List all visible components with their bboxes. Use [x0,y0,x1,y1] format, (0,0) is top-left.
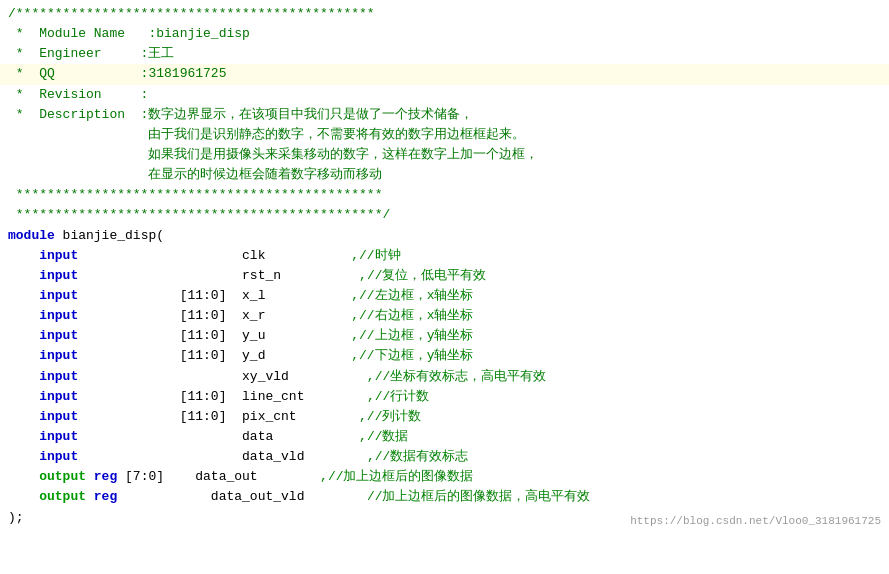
port-dataoutvld-body: data_out_vld [117,487,304,507]
comment-star-module: * Module Name :bianjie_disp [8,24,250,44]
comment-desc-2: 由于我们是识别静态的数字，不需要将有效的数字用边框框起来。 [0,125,889,145]
comment-xl: ,//左边框，x轴坐标 [265,286,473,306]
module-close: ); [8,508,24,528]
module-declaration: module bianjie_disp( [0,226,889,246]
port-rst-body: rst_n [78,266,281,286]
keyword-input-rst: input [8,266,78,286]
comment-star-desc3: 如果我们是用摄像头来采集移动的数字，这样在数字上加一个边框， [8,145,538,165]
keyword-input-linecnt: input [8,387,78,407]
port-datavld: input data_vld ,//数据有效标志 [0,447,889,467]
keyword-input-pixcnt: input [8,407,78,427]
comment-close: ****************************************… [0,205,889,225]
port-xl: input [11:0] x_l ,//左边框，x轴坐标 [0,286,889,306]
code-container: /***************************************… [0,0,889,532]
module-name: bianjie_disp( [55,226,164,246]
keyword-input-xr: input [8,306,78,326]
comment-star-engineer: * Engineer :王工 [8,44,174,64]
port-xl-body: [11:0] x_l [78,286,265,306]
port-yd-body: [11:0] y_d [78,346,265,366]
comment-yu: ,//上边框，y轴坐标 [265,326,473,346]
port-xr-body: [11:0] x_r [78,306,265,326]
port-yu-body: [11:0] y_u [78,326,265,346]
port-datavld-body: data_vld [78,447,304,467]
watermark: https://blog.csdn.net/Vloo0_3181961725 [630,513,881,530]
keyword-input-yd: input [8,346,78,366]
comment-open: /***************************************… [0,4,889,24]
port-data: input data ,//数据 [0,427,889,447]
comment-stars-open: /***************************************… [8,4,375,24]
port-xyvld-body: xy_vld [78,367,289,387]
comment-engineer: * Engineer :王工 [0,44,889,64]
comment-stars-mid: ****************************************… [0,185,889,205]
keyword-input-xyvld: input [8,367,78,387]
port-pixcnt-body: [11:0] pix_cnt [78,407,296,427]
comment-yd: ,//下边框，y轴坐标 [265,346,473,366]
comment-linecnt: ,//行计数 [304,387,429,407]
keyword-input-clk: input [8,246,78,266]
port-dataoutvld: output reg data_out_vld //加上边框后的图像数据，高电平… [0,487,889,507]
comment-data: ,//数据 [273,427,408,447]
keyword-input-xl: input [8,286,78,306]
port-xr: input [11:0] x_r ,//右边框，x轴坐标 [0,306,889,326]
comment-module-name: * Module Name :bianjie_disp [0,24,889,44]
comment-desc-4: 在显示的时候边框会随着数字移动而移动 [0,165,889,185]
comment-star-qq: * QQ :3181961725 [8,64,226,84]
port-clk: input clk ,//时钟 [0,246,889,266]
port-pixcnt: input [11:0] pix_cnt ,//列计数 [0,407,889,427]
comment-qq: * QQ :3181961725 [0,64,889,84]
comment-dataoutvld: //加上边框后的图像数据，高电平有效 [304,487,590,507]
comment-desc-3: 如果我们是用摄像头来采集移动的数字，这样在数字上加一个边框， [0,145,889,165]
comment-rst: ,//复位，低电平有效 [281,266,486,286]
port-xyvld: input xy_vld ,//坐标有效标志，高电平有效 [0,367,889,387]
port-clk-body: clk [78,246,265,266]
comment-star-desc1: * Description :数字边界显示，在该项目中我们只是做了一个技术储备， [8,105,473,125]
comment-star-desc4: 在显示的时候边框会随着数字移动而移动 [8,165,382,185]
comment-close-text: ****************************************… [8,205,390,225]
keyword-output-dataout: output [8,467,86,487]
port-rst: input rst_n ,//复位，低电平有效 [0,266,889,286]
port-dataout: output reg [7:0] data_out ,//加上边框后的图像数据 [0,467,889,487]
comment-dataout: ,//加上边框后的图像数据 [258,467,474,487]
comment-revision: * Revision : [0,85,889,105]
comment-datavld: ,//数据有效标志 [304,447,468,467]
port-dataout-body: [7:0] data_out [117,467,257,487]
port-data-body: data [78,427,273,447]
comment-star-desc2: 由于我们是识别静态的数字，不需要将有效的数字用边框框起来。 [8,125,525,145]
keyword-input-data: input [8,427,78,447]
comment-star-revision: * Revision : [8,85,148,105]
port-linecnt: input [11:0] line_cnt ,//行计数 [0,387,889,407]
keyword-input-datavld: input [8,447,78,467]
keyword-input-yu: input [8,326,78,346]
port-yu: input [11:0] y_u ,//上边框，y轴坐标 [0,326,889,346]
comment-desc-1: * Description :数字边界显示，在该项目中我们只是做了一个技术储备， [0,105,889,125]
comment-xr: ,//右边框，x轴坐标 [265,306,473,326]
comment-clk: ,//时钟 [265,246,400,266]
comment-xyvld: ,//坐标有效标志，高电平有效 [289,367,546,387]
keyword-module: module [8,226,55,246]
comment-stars-line: ****************************************… [8,185,382,205]
keyword-reg-dataoutvld: reg [86,487,117,507]
port-linecnt-body: [11:0] line_cnt [78,387,304,407]
comment-pixcnt: ,//列计数 [297,407,422,427]
keyword-reg-dataout: reg [86,467,117,487]
port-yd: input [11:0] y_d ,//下边框，y轴坐标 [0,346,889,366]
keyword-output-dataoutvld: output [8,487,86,507]
